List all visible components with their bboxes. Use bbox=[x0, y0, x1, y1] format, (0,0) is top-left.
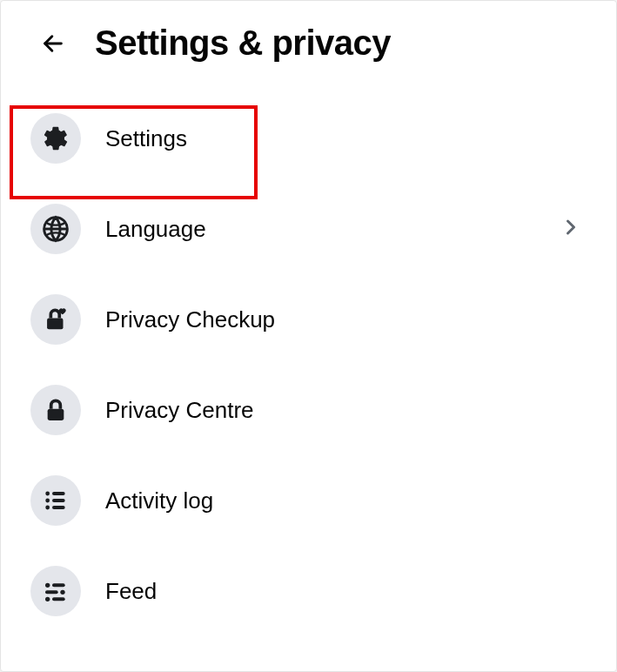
menu-item-language[interactable]: Language bbox=[23, 198, 600, 259]
panel-header: Settings & privacy bbox=[17, 15, 600, 84]
lock-icon bbox=[30, 385, 81, 435]
menu-item-activity-log[interactable]: Activity log bbox=[23, 470, 600, 531]
svg-rect-10 bbox=[52, 506, 65, 509]
back-arrow-icon bbox=[41, 31, 65, 56]
page-title: Settings & privacy bbox=[95, 24, 391, 63]
menu-item-label: Feed bbox=[105, 578, 594, 605]
gear-icon bbox=[30, 113, 81, 164]
svg-point-6 bbox=[45, 499, 50, 503]
menu-item-label: Settings bbox=[105, 125, 594, 152]
svg-point-15 bbox=[45, 597, 50, 601]
menu-item-label: Activity log bbox=[105, 487, 594, 514]
menu-list: Settings Language bbox=[17, 84, 600, 622]
globe-icon bbox=[30, 204, 81, 254]
svg-rect-16 bbox=[52, 597, 65, 601]
list-icon bbox=[30, 475, 81, 526]
svg-point-7 bbox=[45, 506, 50, 510]
menu-item-settings[interactable]: Settings bbox=[23, 108, 600, 169]
svg-rect-9 bbox=[52, 499, 65, 502]
svg-rect-12 bbox=[52, 583, 65, 587]
lock-heart-icon bbox=[30, 294, 81, 345]
menu-item-label: Language bbox=[105, 216, 534, 243]
settings-privacy-panel: Settings & privacy Settings Langua bbox=[0, 0, 617, 672]
svg-rect-8 bbox=[52, 492, 65, 495]
chevron-right-icon bbox=[559, 215, 583, 243]
menu-item-privacy-checkup[interactable]: Privacy Checkup bbox=[23, 289, 600, 350]
menu-item-label: Privacy Checkup bbox=[105, 306, 594, 333]
svg-rect-13 bbox=[45, 590, 58, 594]
svg-point-5 bbox=[45, 492, 50, 496]
menu-item-privacy-centre[interactable]: Privacy Centre bbox=[23, 380, 600, 440]
svg-rect-3 bbox=[47, 319, 63, 330]
svg-rect-4 bbox=[48, 409, 64, 420]
back-button[interactable] bbox=[37, 28, 69, 59]
menu-item-label: Privacy Centre bbox=[105, 397, 594, 424]
menu-item-feed[interactable]: Feed bbox=[23, 561, 600, 622]
svg-point-14 bbox=[60, 590, 64, 595]
svg-point-11 bbox=[45, 583, 50, 588]
feed-icon bbox=[30, 566, 81, 616]
